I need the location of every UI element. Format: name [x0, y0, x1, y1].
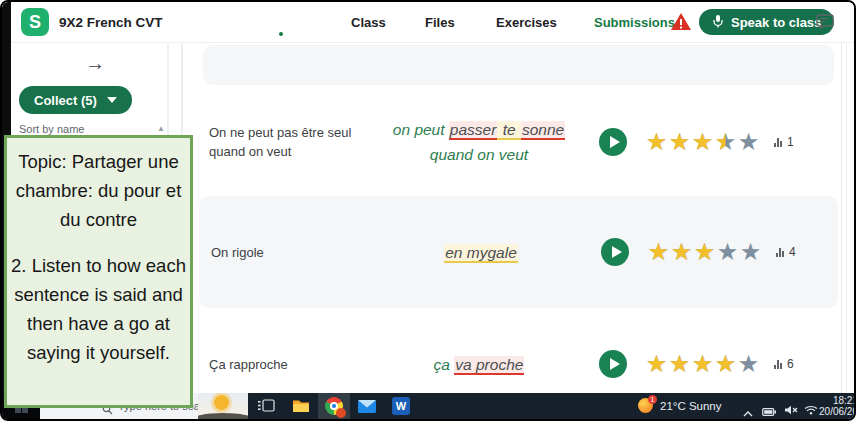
speak-to-class-label: Speak to class	[731, 15, 821, 30]
attempt-line: ça va proche	[369, 352, 589, 377]
star-icon[interactable]: ★★	[737, 352, 760, 376]
task-view-icon[interactable]	[258, 398, 275, 417]
clock-time: 18:21	[800, 395, 856, 406]
scroll-up-icon[interactable]: ▲	[157, 124, 165, 133]
play-icon	[612, 246, 622, 258]
nav-tab-submissions[interactable]: Submissions	[594, 15, 675, 30]
note-instruction-text: 2. Listen to how each sentence is said a…	[10, 251, 187, 367]
star-icon[interactable]: ★★	[693, 240, 716, 264]
attempt-segment-ok: on peut	[393, 121, 449, 138]
collect-button-label: Collect (5)	[34, 93, 97, 108]
star-icon[interactable]: ★★	[645, 130, 668, 154]
chrome-icon[interactable]	[325, 397, 343, 415]
attempts-count[interactable]: 1	[774, 135, 840, 149]
star-fill: ★	[737, 130, 760, 154]
weather-tray-icon[interactable]: 1	[638, 398, 653, 413]
attempt-segment-ok: ça	[434, 356, 455, 373]
speak-to-class-button[interactable]: Speak to class	[699, 9, 834, 35]
attempt-line: en mygale	[371, 240, 591, 265]
attempts-count-value: 1	[787, 135, 794, 149]
attempt-line: quand on veut	[369, 142, 589, 167]
star-icon[interactable]: ★★	[691, 352, 714, 376]
play-button[interactable]	[599, 350, 627, 378]
clock-date: 20/06/20	[800, 406, 856, 417]
star-fill: ★	[693, 240, 716, 264]
star-fill: ★	[647, 240, 670, 264]
nav-tab-files[interactable]: Files	[425, 15, 455, 30]
star-fill: ★	[670, 240, 693, 264]
nav-tab-class[interactable]: Class	[351, 15, 386, 30]
panel-divider	[167, 44, 169, 136]
submission-row[interactable]: On ne peut pas être seul quand on veut o…	[197, 100, 840, 184]
attempt-line: on peut passer te sonne	[369, 117, 589, 142]
star-rating[interactable]: ★★★★★★★★★★	[647, 240, 762, 264]
speaker-muted-icon[interactable]	[784, 401, 798, 419]
sort-by-name-control[interactable]: Sort by name	[19, 123, 84, 135]
star-rating[interactable]: ★★★★★★★★★★	[645, 352, 760, 376]
file-explorer-icon[interactable]	[292, 399, 310, 417]
attempt-segment-error: passer	[449, 121, 498, 140]
play-icon	[610, 136, 620, 148]
weather-status[interactable]: 21°C Sunny	[660, 400, 722, 412]
star-icon[interactable]: ★★	[668, 352, 691, 376]
submissions-list: On ne peut pas être seul quand on veut o…	[197, 42, 854, 393]
warning-icon[interactable]	[670, 12, 692, 35]
student-attempt-text: on peut passer te sonnequand on veut	[369, 117, 589, 167]
attempt-segment-error: sonne	[521, 121, 565, 140]
active-tab-indicator	[279, 32, 283, 36]
chevron-down-icon	[107, 97, 117, 103]
star-icon[interactable]: ★★	[670, 240, 693, 264]
app-window: S 9X2 French CVT Class Files Exercises S…	[0, 0, 856, 421]
attempt-segment-ok: quand on veut	[430, 146, 528, 163]
attempts-count-value: 6	[787, 357, 794, 371]
star-fill: ★	[645, 352, 668, 376]
star-icon[interactable]: ★★	[716, 240, 739, 264]
student-attempt-text: en mygale	[371, 240, 591, 265]
app-logo-icon[interactable]: S	[21, 8, 49, 36]
star-fill: ★	[714, 352, 737, 376]
play-button[interactable]	[601, 238, 629, 266]
scrollbar[interactable]	[841, 42, 854, 393]
star-fill: ★	[714, 130, 737, 154]
nav-tab-exercises[interactable]: Exercises	[496, 15, 557, 30]
star-icon[interactable]: ★★	[714, 130, 737, 154]
play-icon	[610, 358, 620, 370]
top-bar: S 9X2 French CVT Class Files Exercises S…	[2, 2, 854, 43]
collect-button[interactable]: Collect (5)	[19, 86, 132, 114]
star-fill: ★	[691, 352, 714, 376]
submission-row[interactable]: Ça rapproche ça va proche ★★★★★★★★★★ 6	[197, 326, 840, 402]
attempts-count[interactable]: 6	[774, 357, 840, 371]
star-icon[interactable]: ★★	[737, 130, 760, 154]
star-icon[interactable]: ★★	[645, 352, 668, 376]
notification-badge: 1	[648, 395, 657, 404]
chat-icon[interactable]	[816, 14, 834, 34]
star-icon[interactable]: ★★	[668, 130, 691, 154]
play-button[interactable]	[599, 128, 627, 156]
bar-chart-icon	[776, 247, 784, 257]
note-topic-text: Topic: Partager une chambre: du pour et …	[10, 147, 187, 234]
star-fill: ★	[739, 240, 762, 264]
panel-divider	[181, 44, 183, 136]
chrome-badge	[336, 408, 346, 418]
collapse-arrow-icon[interactable]: →	[85, 52, 105, 75]
attempts-count-value: 4	[789, 245, 796, 259]
submission-row[interactable]: On rigole en mygale ★★★★★★★★★★ 4	[199, 196, 838, 308]
microphone-icon	[712, 14, 724, 31]
star-icon[interactable]: ★★	[691, 130, 714, 154]
battery-icon[interactable]	[762, 402, 777, 420]
sentence-prompt: Ça rapproche	[209, 355, 369, 374]
sentence-prompt: On ne peut pas être seul quand on veut	[209, 123, 369, 161]
mail-icon[interactable]	[358, 399, 376, 417]
partial-row-card	[203, 45, 834, 85]
attempts-count[interactable]: 4	[776, 245, 838, 259]
star-icon[interactable]: ★★	[714, 352, 737, 376]
star-rating[interactable]: ★★★★★★★★★★	[645, 130, 760, 154]
star-icon[interactable]: ★★	[647, 240, 670, 264]
weather-widget[interactable]	[198, 393, 248, 419]
word-icon[interactable]: W	[392, 397, 410, 415]
attempt-segment-warn: te	[497, 121, 521, 140]
tray-chevron-up-icon[interactable]	[743, 403, 753, 421]
star-icon[interactable]: ★★	[739, 240, 762, 264]
clock[interactable]: 18:21 20/06/20	[800, 395, 856, 417]
bar-chart-icon	[774, 137, 782, 147]
